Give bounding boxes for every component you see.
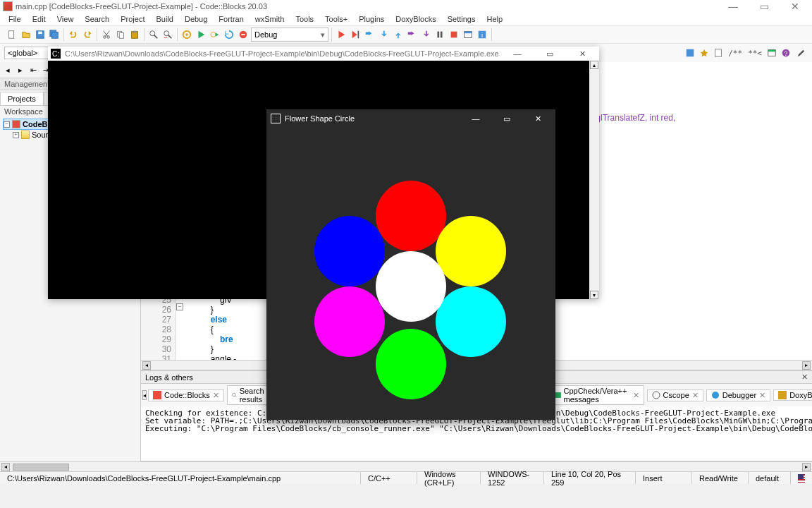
glut-icon bbox=[271, 114, 281, 123]
svg-rect-0 bbox=[9, 31, 14, 39]
doxy-html-icon[interactable] bbox=[765, 47, 778, 59]
close-button[interactable]: ✕ bbox=[781, 0, 809, 13]
sb-path: C:\Users\Rizwan\Downloads\CodeBlocks-Fre… bbox=[0, 472, 361, 484]
scroll-up-icon[interactable]: ▴ bbox=[590, 61, 598, 69]
svg-rect-23 bbox=[465, 32, 472, 34]
redo-icon[interactable] bbox=[81, 28, 94, 41]
menu-view[interactable]: View bbox=[51, 13, 80, 25]
doxy-extract-icon[interactable] bbox=[712, 47, 725, 59]
minimize-button[interactable]: — bbox=[719, 0, 747, 13]
svg-point-33 bbox=[232, 393, 235, 397]
scroll-down-icon[interactable]: ▾ bbox=[590, 291, 598, 299]
menu-file[interactable]: File bbox=[3, 13, 27, 25]
logtab-doxy[interactable]: DoxyBloc bbox=[773, 389, 812, 401]
svg-rect-32 bbox=[153, 391, 161, 399]
menu-build[interactable]: Build bbox=[150, 13, 178, 25]
scroll-right-icon[interactable]: ▸ bbox=[802, 463, 811, 471]
cut-icon[interactable] bbox=[100, 28, 113, 41]
menu-project[interactable]: Project bbox=[115, 13, 150, 25]
step-instr-icon[interactable] bbox=[419, 28, 432, 41]
maximize-button[interactable]: ▭ bbox=[750, 0, 778, 13]
menu-settings[interactable]: Settings bbox=[442, 13, 481, 25]
next-instr-icon[interactable] bbox=[405, 28, 418, 41]
logtab-codeblocks[interactable]: Code::Blocks✕ bbox=[148, 389, 224, 401]
svg-text:C:: C: bbox=[52, 50, 59, 58]
scroll-left-icon[interactable]: ◂ bbox=[1, 463, 10, 471]
tabs-scroll-left[interactable]: ◂ bbox=[142, 390, 147, 400]
scroll-left-icon[interactable]: ◂ bbox=[142, 361, 151, 370]
next-line-icon[interactable] bbox=[363, 28, 376, 41]
stop-icon[interactable] bbox=[448, 28, 460, 41]
glut-close[interactable]: ✕ bbox=[524, 109, 551, 128]
info-icon[interactable]: i bbox=[476, 28, 488, 41]
save-all-icon[interactable] bbox=[48, 28, 61, 41]
replace-icon[interactable] bbox=[161, 28, 174, 41]
svg-rect-10 bbox=[133, 31, 136, 33]
svg-rect-2 bbox=[38, 32, 42, 35]
sb-flag[interactable] bbox=[791, 472, 812, 484]
doxy-config-icon[interactable] bbox=[794, 47, 806, 59]
paste-icon[interactable] bbox=[128, 28, 141, 41]
logtab-cscope[interactable]: Cscope✕ bbox=[647, 389, 703, 401]
menu-doxyblocks[interactable]: DoxyBlocks bbox=[390, 13, 441, 25]
menu-fortran[interactable]: Fortran bbox=[213, 13, 249, 25]
circle-cyan bbox=[436, 286, 506, 357]
console-maximize[interactable]: ▭ bbox=[536, 47, 564, 61]
scroll-thumb[interactable] bbox=[13, 464, 69, 471]
open-icon[interactable] bbox=[20, 28, 32, 41]
undo-icon[interactable] bbox=[67, 28, 80, 41]
doxy-chm-icon[interactable]: ? bbox=[780, 47, 792, 59]
logtab-cppcheckmsg[interactable]: CppCheck/Vera++ messages✕ bbox=[550, 385, 644, 405]
console-vscroll[interactable]: ▴ ▾ bbox=[589, 61, 599, 299]
svg-rect-19 bbox=[438, 32, 440, 38]
bottom-scrollbar[interactable]: ◂ ▸ bbox=[0, 461, 812, 471]
menu-wxsmith[interactable]: wxSmith bbox=[250, 13, 290, 25]
find-icon[interactable] bbox=[147, 28, 160, 41]
nav-last-icon[interactable]: ⇤ bbox=[27, 64, 39, 76]
glut-minimize[interactable]: — bbox=[462, 109, 489, 128]
menu-edit[interactable]: Edit bbox=[27, 13, 51, 25]
run-icon[interactable] bbox=[195, 28, 207, 41]
svg-point-39 bbox=[653, 392, 660, 399]
circle-green bbox=[376, 329, 446, 399]
break-icon[interactable] bbox=[433, 28, 446, 41]
run-to-cursor-icon[interactable] bbox=[349, 28, 362, 41]
console-minimize[interactable]: — bbox=[503, 47, 531, 61]
doxy-block-icon[interactable]: /** bbox=[726, 47, 744, 59]
doxy-line-icon[interactable]: **< bbox=[746, 47, 764, 59]
menu-plugins[interactable]: Plugins bbox=[353, 13, 390, 25]
menu-toolsplus[interactable]: Tools+ bbox=[319, 13, 353, 25]
nav-fwd-icon[interactable]: ▸ bbox=[14, 64, 27, 76]
build-target-select[interactable]: Debug bbox=[251, 28, 328, 42]
step-into-icon[interactable] bbox=[377, 28, 390, 41]
save-icon[interactable] bbox=[34, 28, 47, 41]
debug-start-icon[interactable] bbox=[335, 28, 347, 41]
sb-eol: Windows (CR+LF) bbox=[417, 472, 481, 484]
menu-debug[interactable]: Debug bbox=[179, 13, 213, 25]
debug-windows-icon[interactable] bbox=[462, 28, 474, 41]
logtab-debugger[interactable]: Debugger✕ bbox=[706, 389, 770, 401]
fold-marker[interactable]: − bbox=[176, 303, 183, 310]
nav-back-icon[interactable]: ◂ bbox=[1, 64, 14, 76]
abort-icon[interactable] bbox=[237, 28, 250, 41]
step-out-icon[interactable] bbox=[391, 28, 404, 41]
copy-icon[interactable] bbox=[114, 28, 127, 41]
scroll-right-icon[interactable]: ▸ bbox=[802, 361, 811, 370]
glut-window[interactable]: Flower Shape Circle — ▭ ✕ bbox=[266, 109, 555, 420]
console-close[interactable]: ✕ bbox=[568, 47, 596, 61]
doxy-icon[interactable] bbox=[684, 47, 696, 59]
doxy-wizard-icon[interactable] bbox=[698, 47, 710, 59]
menu-help[interactable]: Help bbox=[481, 13, 508, 25]
console-titlebar[interactable]: C: C:\Users\Rizwan\Downloads\CodeBlocks-… bbox=[48, 47, 599, 61]
menu-tools[interactable]: Tools bbox=[290, 13, 319, 25]
new-file-icon[interactable] bbox=[6, 28, 18, 41]
build-icon[interactable] bbox=[180, 28, 193, 41]
glut-maximize[interactable]: ▭ bbox=[493, 109, 520, 128]
rebuild-icon[interactable] bbox=[223, 28, 235, 41]
menu-search[interactable]: Search bbox=[79, 13, 115, 25]
build-run-icon[interactable] bbox=[209, 28, 221, 41]
logs-close-icon[interactable]: ✕ bbox=[801, 373, 808, 382]
tab-projects[interactable]: Projects bbox=[0, 92, 44, 105]
glut-titlebar[interactable]: Flower Shape Circle — ▭ ✕ bbox=[266, 109, 555, 128]
svg-rect-21 bbox=[451, 32, 457, 38]
